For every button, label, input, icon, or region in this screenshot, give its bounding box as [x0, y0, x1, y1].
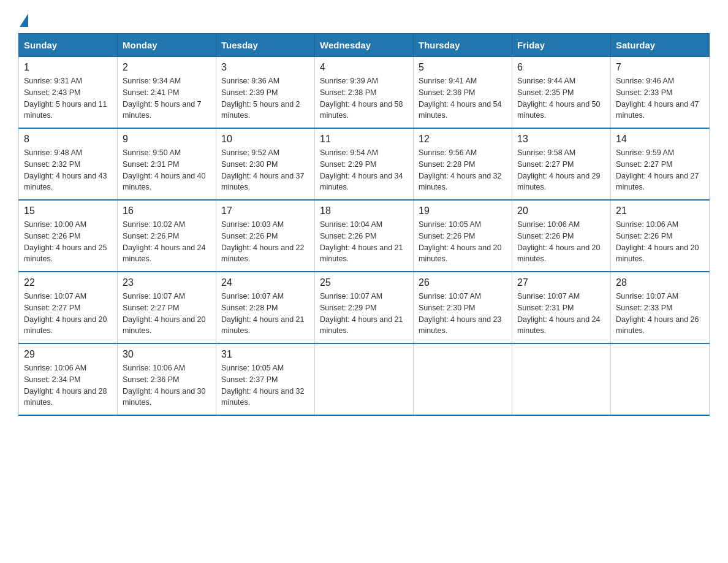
day-info: Sunrise: 9:34 AM Sunset: 2:41 PM Dayligh…	[123, 75, 211, 121]
weekday-header-saturday: Saturday	[611, 34, 710, 57]
calendar-cell: 14 Sunrise: 9:59 AM Sunset: 2:27 PM Dayl…	[611, 128, 710, 200]
day-info: Sunrise: 10:05 AM Sunset: 2:37 PM Daylig…	[221, 362, 309, 408]
day-info: Sunrise: 10:02 AM Sunset: 2:26 PM Daylig…	[123, 219, 211, 265]
day-info: Sunrise: 9:48 AM Sunset: 2:32 PM Dayligh…	[24, 147, 112, 193]
day-info: Sunrise: 10:07 AM Sunset: 2:30 PM Daylig…	[419, 291, 507, 337]
day-number: 19	[419, 205, 507, 216]
day-info: Sunrise: 10:07 AM Sunset: 2:28 PM Daylig…	[221, 291, 309, 337]
day-number: 20	[517, 205, 605, 216]
day-number: 17	[221, 205, 309, 216]
calendar-week-row: 22 Sunrise: 10:07 AM Sunset: 2:27 PM Day…	[19, 272, 710, 343]
calendar-cell: 30 Sunrise: 10:06 AM Sunset: 2:36 PM Day…	[118, 343, 216, 415]
day-number: 15	[24, 205, 112, 216]
calendar-cell: 7 Sunrise: 9:46 AM Sunset: 2:33 PM Dayli…	[611, 57, 710, 129]
weekday-header-wednesday: Wednesday	[315, 34, 414, 57]
calendar-week-row: 29 Sunrise: 10:06 AM Sunset: 2:34 PM Day…	[19, 343, 710, 415]
calendar-cell: 26 Sunrise: 10:07 AM Sunset: 2:30 PM Day…	[414, 272, 512, 343]
calendar-cell: 23 Sunrise: 10:07 AM Sunset: 2:27 PM Day…	[118, 272, 216, 343]
day-number: 16	[123, 205, 211, 216]
calendar-cell: 18 Sunrise: 10:04 AM Sunset: 2:26 PM Day…	[315, 200, 414, 272]
weekday-header-monday: Monday	[118, 34, 216, 57]
day-number: 13	[517, 134, 605, 145]
day-info: Sunrise: 9:56 AM Sunset: 2:28 PM Dayligh…	[419, 147, 507, 193]
day-number: 8	[24, 134, 112, 145]
calendar-cell: 9 Sunrise: 9:50 AM Sunset: 2:31 PM Dayli…	[118, 128, 216, 200]
calendar-cell: 31 Sunrise: 10:05 AM Sunset: 2:37 PM Day…	[216, 343, 315, 415]
calendar-cell: 27 Sunrise: 10:07 AM Sunset: 2:31 PM Day…	[512, 272, 611, 343]
calendar-cell: 1 Sunrise: 9:31 AM Sunset: 2:43 PM Dayli…	[19, 57, 118, 129]
logo-triangle-icon	[20, 13, 28, 27]
day-number: 30	[123, 349, 211, 360]
day-number: 21	[616, 205, 704, 216]
day-number: 7	[616, 62, 704, 73]
day-info: Sunrise: 10:03 AM Sunset: 2:26 PM Daylig…	[221, 219, 309, 265]
day-number: 14	[616, 134, 704, 145]
day-info: Sunrise: 10:07 AM Sunset: 2:29 PM Daylig…	[320, 291, 408, 337]
day-info: Sunrise: 10:07 AM Sunset: 2:31 PM Daylig…	[517, 291, 605, 337]
page-header	[18, 12, 710, 27]
day-number: 22	[24, 277, 112, 288]
day-number: 9	[123, 134, 211, 145]
calendar-cell: 21 Sunrise: 10:06 AM Sunset: 2:26 PM Day…	[611, 200, 710, 272]
calendar-cell: 20 Sunrise: 10:06 AM Sunset: 2:26 PM Day…	[512, 200, 611, 272]
day-number: 18	[320, 205, 408, 216]
calendar-cell: 24 Sunrise: 10:07 AM Sunset: 2:28 PM Day…	[216, 272, 315, 343]
calendar-cell: 5 Sunrise: 9:41 AM Sunset: 2:36 PM Dayli…	[414, 57, 512, 129]
calendar-week-row: 1 Sunrise: 9:31 AM Sunset: 2:43 PM Dayli…	[19, 57, 710, 129]
calendar-cell	[414, 343, 512, 415]
day-info: Sunrise: 10:06 AM Sunset: 2:26 PM Daylig…	[616, 219, 704, 265]
calendar-cell: 28 Sunrise: 10:07 AM Sunset: 2:33 PM Day…	[611, 272, 710, 343]
day-number: 6	[517, 62, 605, 73]
day-info: Sunrise: 10:05 AM Sunset: 2:26 PM Daylig…	[419, 219, 507, 265]
calendar-cell: 22 Sunrise: 10:07 AM Sunset: 2:27 PM Day…	[19, 272, 118, 343]
day-info: Sunrise: 10:00 AM Sunset: 2:26 PM Daylig…	[24, 219, 112, 265]
day-info: Sunrise: 9:54 AM Sunset: 2:29 PM Dayligh…	[320, 147, 408, 193]
day-info: Sunrise: 9:31 AM Sunset: 2:43 PM Dayligh…	[24, 75, 112, 121]
day-info: Sunrise: 9:50 AM Sunset: 2:31 PM Dayligh…	[123, 147, 211, 193]
calendar-header-row: SundayMondayTuesdayWednesdayThursdayFrid…	[19, 34, 710, 57]
weekday-header-thursday: Thursday	[414, 34, 512, 57]
day-number: 2	[123, 62, 211, 73]
calendar-cell: 11 Sunrise: 9:54 AM Sunset: 2:29 PM Dayl…	[315, 128, 414, 200]
calendar-cell: 10 Sunrise: 9:52 AM Sunset: 2:30 PM Dayl…	[216, 128, 315, 200]
calendar-cell: 17 Sunrise: 10:03 AM Sunset: 2:26 PM Day…	[216, 200, 315, 272]
day-number: 24	[221, 277, 309, 288]
day-info: Sunrise: 10:04 AM Sunset: 2:26 PM Daylig…	[320, 219, 408, 265]
calendar-week-row: 15 Sunrise: 10:00 AM Sunset: 2:26 PM Day…	[19, 200, 710, 272]
day-info: Sunrise: 10:07 AM Sunset: 2:27 PM Daylig…	[123, 291, 211, 337]
calendar-cell	[512, 343, 611, 415]
day-number: 3	[221, 62, 309, 73]
day-number: 23	[123, 277, 211, 288]
day-info: Sunrise: 9:44 AM Sunset: 2:35 PM Dayligh…	[517, 75, 605, 121]
calendar-cell: 2 Sunrise: 9:34 AM Sunset: 2:41 PM Dayli…	[118, 57, 216, 129]
weekday-header-friday: Friday	[512, 34, 611, 57]
calendar-cell: 13 Sunrise: 9:58 AM Sunset: 2:27 PM Dayl…	[512, 128, 611, 200]
logo	[18, 12, 28, 27]
day-number: 29	[24, 349, 112, 360]
day-info: Sunrise: 9:36 AM Sunset: 2:39 PM Dayligh…	[221, 75, 309, 121]
day-info: Sunrise: 9:39 AM Sunset: 2:38 PM Dayligh…	[320, 75, 408, 121]
day-info: Sunrise: 10:07 AM Sunset: 2:33 PM Daylig…	[616, 291, 704, 337]
day-number: 25	[320, 277, 408, 288]
day-info: Sunrise: 10:07 AM Sunset: 2:27 PM Daylig…	[24, 291, 112, 337]
day-number: 10	[221, 134, 309, 145]
calendar-cell: 6 Sunrise: 9:44 AM Sunset: 2:35 PM Dayli…	[512, 57, 611, 129]
day-number: 31	[221, 349, 309, 360]
calendar-cell: 16 Sunrise: 10:02 AM Sunset: 2:26 PM Day…	[118, 200, 216, 272]
calendar-cell: 15 Sunrise: 10:00 AM Sunset: 2:26 PM Day…	[19, 200, 118, 272]
day-info: Sunrise: 9:59 AM Sunset: 2:27 PM Dayligh…	[616, 147, 704, 193]
day-number: 4	[320, 62, 408, 73]
day-info: Sunrise: 9:58 AM Sunset: 2:27 PM Dayligh…	[517, 147, 605, 193]
calendar-cell: 4 Sunrise: 9:39 AM Sunset: 2:38 PM Dayli…	[315, 57, 414, 129]
day-number: 28	[616, 277, 704, 288]
day-number: 1	[24, 62, 112, 73]
day-info: Sunrise: 10:06 AM Sunset: 2:26 PM Daylig…	[517, 219, 605, 265]
day-number: 27	[517, 277, 605, 288]
day-info: Sunrise: 9:41 AM Sunset: 2:36 PM Dayligh…	[419, 75, 507, 121]
day-info: Sunrise: 9:52 AM Sunset: 2:30 PM Dayligh…	[221, 147, 309, 193]
calendar-cell: 29 Sunrise: 10:06 AM Sunset: 2:34 PM Day…	[19, 343, 118, 415]
day-info: Sunrise: 10:06 AM Sunset: 2:36 PM Daylig…	[123, 362, 211, 408]
calendar-cell: 3 Sunrise: 9:36 AM Sunset: 2:39 PM Dayli…	[216, 57, 315, 129]
weekday-header-tuesday: Tuesday	[216, 34, 315, 57]
calendar-week-row: 8 Sunrise: 9:48 AM Sunset: 2:32 PM Dayli…	[19, 128, 710, 200]
